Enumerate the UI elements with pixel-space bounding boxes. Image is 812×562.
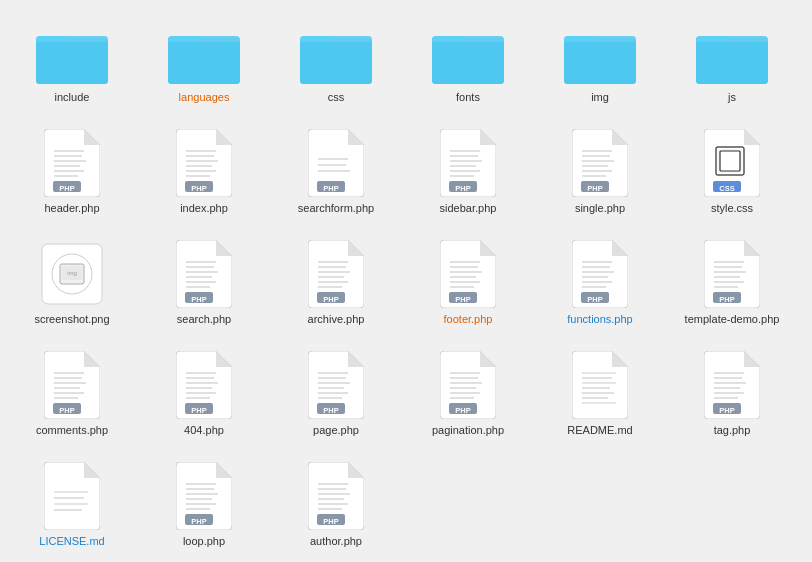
file-item[interactable]: css bbox=[274, 20, 398, 111]
file-name: page.php bbox=[313, 424, 359, 436]
php-icon: PHP bbox=[704, 240, 760, 308]
file-name: functions.php bbox=[567, 313, 632, 325]
svg-text:PHP: PHP bbox=[719, 295, 734, 304]
php-icon: PHP bbox=[440, 351, 496, 419]
file-item[interactable]: LICENSE.md bbox=[10, 454, 134, 555]
file-item[interactable]: PHP search.php bbox=[142, 232, 266, 333]
file-item[interactable]: PHP header.php bbox=[10, 121, 134, 222]
svg-text:PHP: PHP bbox=[323, 295, 338, 304]
file-item[interactable]: PHP sidebar.php bbox=[406, 121, 530, 222]
svg-text:PHP: PHP bbox=[59, 406, 74, 415]
file-name: README.md bbox=[567, 424, 632, 436]
file-name: author.php bbox=[310, 535, 362, 547]
file-name: js bbox=[728, 91, 736, 103]
file-item[interactable]: languages bbox=[142, 20, 266, 111]
svg-text:PHP: PHP bbox=[455, 406, 470, 415]
file-name: search.php bbox=[177, 313, 231, 325]
file-name: index.php bbox=[180, 202, 228, 214]
svg-text:PHP: PHP bbox=[191, 295, 206, 304]
file-name: tag.php bbox=[714, 424, 751, 436]
file-item[interactable]: img screenshot.png bbox=[10, 232, 134, 333]
file-item[interactable]: PHP template-demo.php bbox=[670, 232, 794, 333]
php-icon: PHP bbox=[176, 240, 232, 308]
file-name: 404.php bbox=[184, 424, 224, 436]
file-item[interactable]: PHP pagination.php bbox=[406, 343, 530, 444]
file-item[interactable]: PHP author.php bbox=[274, 454, 398, 555]
php-icon: PHP bbox=[176, 129, 232, 197]
file-name: css bbox=[328, 91, 345, 103]
file-name: img bbox=[591, 91, 609, 103]
folder-icon bbox=[696, 28, 768, 86]
file-item[interactable]: include bbox=[10, 20, 134, 111]
svg-text:PHP: PHP bbox=[323, 517, 338, 526]
file-item[interactable]: README.md bbox=[538, 343, 662, 444]
svg-text:PHP: PHP bbox=[455, 295, 470, 304]
php-icon: PHP bbox=[308, 240, 364, 308]
file-item[interactable]: PHP searchform.php bbox=[274, 121, 398, 222]
svg-text:PHP: PHP bbox=[191, 406, 206, 415]
svg-text:PHP: PHP bbox=[587, 184, 602, 193]
file-name: languages bbox=[179, 91, 230, 103]
file-name: comments.php bbox=[36, 424, 108, 436]
svg-text:img: img bbox=[67, 270, 77, 276]
file-item[interactable]: img bbox=[538, 20, 662, 111]
file-name: LICENSE.md bbox=[39, 535, 104, 547]
php-icon: PHP bbox=[308, 351, 364, 419]
php-icon: PHP bbox=[572, 240, 628, 308]
file-name: archive.php bbox=[308, 313, 365, 325]
php-icon: PHP bbox=[44, 129, 100, 197]
folder-icon bbox=[168, 28, 240, 86]
php-icon: PHP bbox=[704, 351, 760, 419]
md-plain-icon bbox=[44, 462, 100, 530]
file-item[interactable]: PHP single.php bbox=[538, 121, 662, 222]
file-name: include bbox=[55, 91, 90, 103]
file-item[interactable]: PHP index.php bbox=[142, 121, 266, 222]
file-item[interactable]: PHP page.php bbox=[274, 343, 398, 444]
file-grid: include languages css bbox=[10, 20, 802, 555]
file-item[interactable]: PHP footer.php bbox=[406, 232, 530, 333]
file-name: style.css bbox=[711, 202, 753, 214]
file-item[interactable]: PHP comments.php bbox=[10, 343, 134, 444]
folder-icon bbox=[36, 28, 108, 86]
php-icon: PHP bbox=[308, 129, 364, 197]
file-item[interactable]: PHP functions.php bbox=[538, 232, 662, 333]
php-icon: PHP bbox=[176, 351, 232, 419]
folder-icon bbox=[432, 28, 504, 86]
file-name: screenshot.png bbox=[34, 313, 109, 325]
svg-text:PHP: PHP bbox=[719, 406, 734, 415]
svg-text:CSS: CSS bbox=[719, 184, 734, 193]
svg-text:PHP: PHP bbox=[323, 406, 338, 415]
file-name: searchform.php bbox=[298, 202, 374, 214]
file-item[interactable]: PHP archive.php bbox=[274, 232, 398, 333]
php-icon: PHP bbox=[176, 462, 232, 530]
file-name: template-demo.php bbox=[685, 313, 780, 325]
php-icon: PHP bbox=[440, 129, 496, 197]
md-icon bbox=[572, 351, 628, 419]
php-icon: PHP bbox=[440, 240, 496, 308]
css-icon: CSS bbox=[704, 129, 760, 197]
file-item[interactable]: fonts bbox=[406, 20, 530, 111]
folder-icon bbox=[564, 28, 636, 86]
svg-text:PHP: PHP bbox=[323, 184, 338, 193]
file-item[interactable]: PHP 404.php bbox=[142, 343, 266, 444]
php-icon: PHP bbox=[572, 129, 628, 197]
file-name: fonts bbox=[456, 91, 480, 103]
svg-rect-51 bbox=[720, 151, 740, 171]
php-icon: PHP bbox=[44, 351, 100, 419]
file-name: sidebar.php bbox=[440, 202, 497, 214]
file-name: single.php bbox=[575, 202, 625, 214]
svg-text:PHP: PHP bbox=[455, 184, 470, 193]
svg-text:PHP: PHP bbox=[191, 517, 206, 526]
folder-icon bbox=[300, 28, 372, 86]
file-name: loop.php bbox=[183, 535, 225, 547]
file-item[interactable]: PHP loop.php bbox=[142, 454, 266, 555]
file-name: footer.php bbox=[444, 313, 493, 325]
file-name: pagination.php bbox=[432, 424, 504, 436]
svg-text:PHP: PHP bbox=[59, 184, 74, 193]
file-item[interactable]: js bbox=[670, 20, 794, 111]
file-item[interactable]: CSS style.css bbox=[670, 121, 794, 222]
file-item[interactable]: PHP tag.php bbox=[670, 343, 794, 444]
file-name: header.php bbox=[44, 202, 99, 214]
svg-text:PHP: PHP bbox=[191, 184, 206, 193]
png-icon: img bbox=[38, 240, 106, 308]
